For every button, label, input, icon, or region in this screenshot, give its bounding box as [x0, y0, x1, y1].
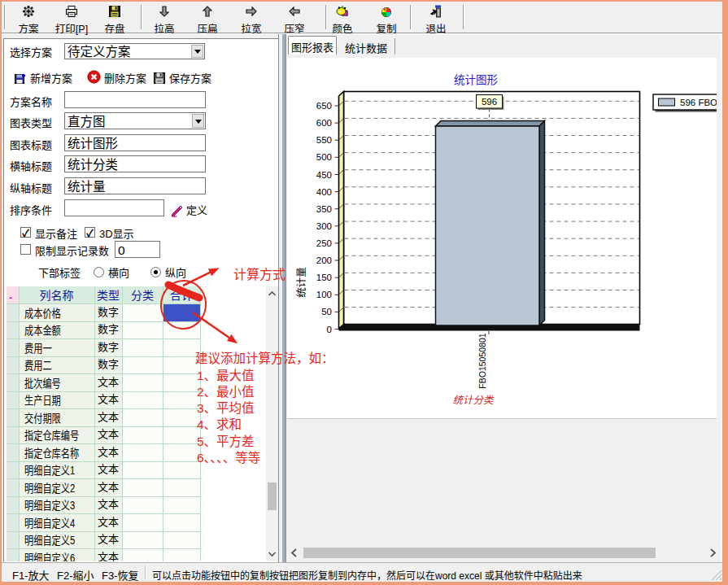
svg-text:650: 650 [316, 101, 332, 111]
svg-text:500: 500 [316, 152, 332, 162]
svg-text:600: 600 [316, 118, 332, 128]
svg-text:596: 596 [482, 97, 497, 107]
svg-text:FBO15050801: FBO15050801 [477, 333, 487, 388]
svg-text:50: 50 [321, 307, 332, 317]
svg-text:550: 550 [316, 135, 332, 145]
svg-text:450: 450 [316, 170, 332, 180]
svg-text:100: 100 [316, 290, 332, 299]
svg-text:400: 400 [316, 187, 332, 197]
svg-text:200: 200 [316, 255, 332, 265]
svg-text:596 FBO1: 596 FBO1 [680, 98, 717, 107]
svg-text:统计图形: 统计图形 [454, 71, 498, 87]
svg-text:统计量: 统计量 [293, 267, 308, 298]
svg-text:统计分类: 统计分类 [452, 391, 495, 407]
svg-text:0: 0 [327, 325, 332, 334]
svg-text:250: 250 [316, 238, 332, 248]
svg-text:350: 350 [316, 204, 332, 214]
svg-text:150: 150 [316, 273, 332, 282]
svg-text:300: 300 [316, 221, 332, 231]
